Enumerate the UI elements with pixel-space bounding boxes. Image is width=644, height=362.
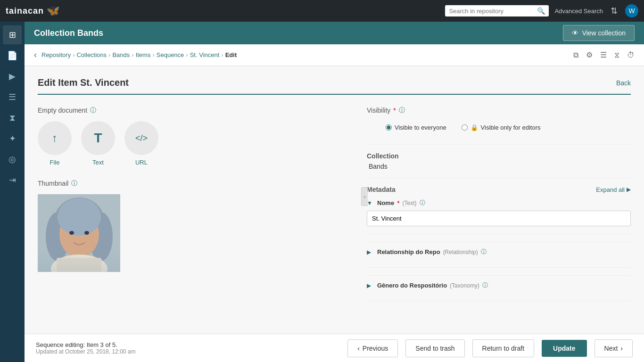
visibility-private-option[interactable]: 🔒 Visible only for editors <box>462 124 541 131</box>
visibility-public-option[interactable]: Visible to everyone <box>386 124 446 131</box>
breadcrumb-edit: Edit <box>225 51 237 58</box>
thumbnail-help-icon[interactable]: ⓘ <box>71 179 77 188</box>
history-icon-button[interactable]: ⏱ <box>625 49 636 61</box>
breadcrumb-collections[interactable]: Collections <box>76 51 107 58</box>
sidebar-item-play[interactable]: ▶ <box>3 67 22 86</box>
nome-toggle-icon: ▼ <box>367 200 374 206</box>
update-button[interactable]: Update <box>542 340 586 357</box>
svg-point-7 <box>84 231 89 235</box>
view-collection-button[interactable]: 👁 View collection <box>563 25 635 41</box>
search-box: 🔍 <box>445 5 549 16</box>
next-button[interactable]: Next › <box>594 339 633 357</box>
previous-button[interactable]: ‹ Previous <box>347 339 398 357</box>
expand-all-button[interactable]: Expand all ▶ <box>596 186 631 193</box>
thumbnail-image[interactable] <box>38 194 120 272</box>
sidebar-item-reports[interactable]: ◎ <box>3 150 22 169</box>
send-to-trash-button[interactable]: Send to trash <box>405 339 464 357</box>
relationship-help-icon[interactable]: ⓘ <box>481 248 487 256</box>
nome-input[interactable] <box>367 211 631 226</box>
text-label: Text <box>92 159 104 166</box>
sidebar: ⊞ 📄 ▶ ☰ ⧗ ✦ ◎ ⇥ <box>0 22 25 362</box>
side-panel-handle[interactable]: › <box>361 187 368 206</box>
relationship-field-toggle[interactable]: ▶ Relationship do Repo (Relationship) ⓘ <box>367 248 631 256</box>
sidebar-item-pages[interactable]: 📄 <box>3 46 22 65</box>
genero-field-type: (Taxonomy) <box>450 282 479 289</box>
copy-icon-button[interactable]: ⧉ <box>571 49 580 61</box>
back-chevron-button[interactable]: ‹ <box>32 48 39 62</box>
wordpress-icon[interactable]: W <box>625 4 638 17</box>
doc-type-file[interactable]: ↑ File <box>38 121 72 166</box>
document-help-icon[interactable]: ⓘ <box>90 106 96 115</box>
url-icon-circle: </> <box>124 121 158 155</box>
sequence-text: Sequence editing: Item 3 of 5. <box>36 341 340 348</box>
breadcrumb: Repository › Collections › Bands › Items… <box>41 51 569 58</box>
visibility-help-icon[interactable]: ⓘ <box>399 106 405 115</box>
file-icon-circle: ↑ <box>38 121 72 155</box>
document-label: Empty document ⓘ <box>38 106 352 115</box>
metadata-field-nome: ▼ Nome * (Text) ⓘ <box>367 199 631 234</box>
visibility-section: Visibility * ⓘ Visible to everyone <box>367 106 631 135</box>
item-name: St. Vincent <box>80 77 129 88</box>
visibility-private-radio[interactable] <box>462 124 468 131</box>
file-label: File <box>50 159 60 166</box>
collection-info-label: Collection <box>367 152 631 160</box>
page-header: Edit Item St. Vincent Back <box>38 77 631 95</box>
breadcrumb-st-vincent[interactable]: St. Vincent <box>190 51 220 58</box>
nome-field-name: Nome <box>377 199 394 206</box>
breadcrumb-repository[interactable]: Repository <box>41 51 71 58</box>
nome-field-toggle[interactable]: ▼ Nome * (Text) ⓘ <box>367 199 631 207</box>
metadata-field-relationship: ▶ Relationship do Repo (Relationship) ⓘ <box>367 248 631 268</box>
search-button[interactable]: 🔍 <box>537 7 545 15</box>
advanced-search-link[interactable]: Advanced Search <box>554 8 603 15</box>
search-input[interactable] <box>449 8 534 15</box>
thumbnail-section: Thumbnail ⓘ <box>38 179 352 272</box>
document-types: ↑ File T Text </> URL <box>38 121 352 166</box>
text-icon-circle: T <box>81 121 115 155</box>
visibility-private-label: Visible only for editors <box>481 124 541 131</box>
genero-field-toggle[interactable]: ▶ Gênero do Respositório (Taxonomy) ⓘ <box>367 281 631 289</box>
list-icon-button[interactable]: ☰ <box>598 49 609 61</box>
collection-bar: Collection Bands 👁 View collection <box>25 22 644 44</box>
nome-field-content <box>367 211 631 226</box>
return-to-draft-button[interactable]: Return to draft <box>472 339 535 357</box>
collection-info-section: Collection Bands <box>367 152 631 170</box>
breadcrumb-sequence[interactable]: Sequence <box>157 51 184 58</box>
visibility-public-label: Visible to everyone <box>395 124 446 131</box>
genero-help-icon[interactable]: ⓘ <box>482 281 488 289</box>
metadata-section: Metadata Expand all ▶ ▼ Nome * <box>367 186 631 301</box>
collection-info-value: Bands <box>367 163 631 170</box>
metadata-label: Metadata <box>367 186 396 193</box>
thumbnail-svg <box>38 194 120 272</box>
sidebar-item-filter[interactable]: ⧗ <box>3 108 22 127</box>
visibility-public-radio[interactable] <box>386 124 392 131</box>
sidebar-item-users[interactable]: ✦ <box>3 129 22 148</box>
doc-type-url[interactable]: </> URL <box>124 121 158 166</box>
sidebar-item-list[interactable]: ☰ <box>3 88 22 107</box>
visibility-radio-group: Visible to everyone 🔒 Visible only for e… <box>367 120 631 135</box>
logo: tainacan 🦋 <box>6 5 59 17</box>
doc-type-text[interactable]: T Text <box>81 121 115 166</box>
thumbnail-label: Thumbnail ⓘ <box>38 179 352 188</box>
filter-icon-button[interactable]: ⧖ <box>612 49 621 61</box>
svg-point-6 <box>69 231 74 235</box>
bottom-bar: Sequence editing: Item 3 of 5. Updated a… <box>25 334 644 362</box>
collection-name: Bands <box>77 28 103 38</box>
sidebar-item-export[interactable]: ⇥ <box>3 171 22 189</box>
metadata-field-genero: ▶ Gênero do Respositório (Taxonomy) ⓘ <box>367 281 631 301</box>
sequence-info: Sequence editing: Item 3 of 5. Updated a… <box>36 341 340 355</box>
logo-text: tainacan <box>6 6 44 16</box>
back-link[interactable]: Back <box>616 79 631 87</box>
genero-field-name: Gênero do Respositório <box>377 282 447 289</box>
sort-icon-button[interactable]: ⇅ <box>609 4 619 18</box>
nome-required-star: * <box>397 199 399 207</box>
nome-help-icon[interactable]: ⓘ <box>420 199 425 207</box>
svg-rect-10 <box>38 251 120 272</box>
breadcrumb-actions: ⧉ ⚙ ☰ ⧖ ⏱ <box>571 49 636 61</box>
url-label: URL <box>135 159 148 166</box>
sidebar-item-home[interactable]: ⊞ <box>3 25 22 44</box>
breadcrumb-bands[interactable]: Bands <box>112 51 130 58</box>
topbar: tainacan 🦋 🔍 Advanced Search ⇅ W <box>0 0 644 22</box>
breadcrumb-items[interactable]: Items <box>136 51 151 58</box>
breadcrumb-bar: ‹ Repository › Collections › Bands › Ite… <box>25 44 644 66</box>
settings-icon-button[interactable]: ⚙ <box>584 49 594 61</box>
